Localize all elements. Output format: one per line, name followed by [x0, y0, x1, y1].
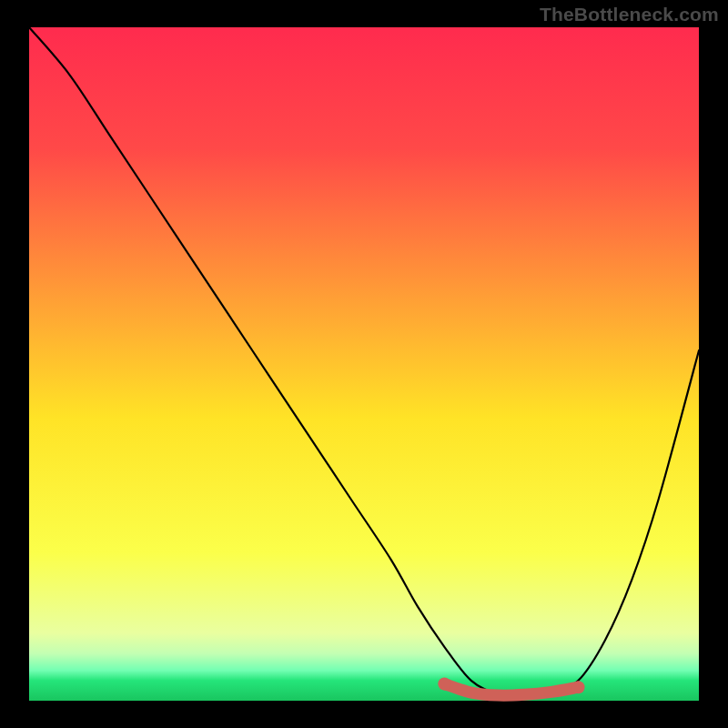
plot-background — [29, 27, 699, 701]
chart-canvas — [0, 0, 728, 728]
highlight-dot-1 — [438, 678, 450, 691]
watermark-text: TheBottleneck.com — [540, 4, 719, 25]
chart-frame: TheBottleneck.com — [0, 0, 728, 728]
highlight-dot-0 — [572, 681, 585, 693]
